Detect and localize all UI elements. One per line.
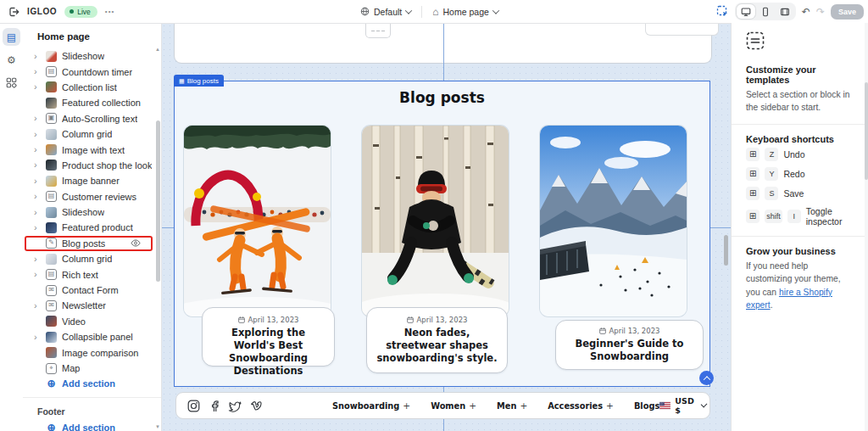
inspector-select-tool[interactable] [716,5,729,18]
chevron-right-icon[interactable]: › [34,130,41,139]
plus-icon[interactable]: + [403,400,410,411]
blog-card-title[interactable]: Beginner's Guide to Snowboarding [556,338,703,363]
footer-nav-women[interactable]: Women + [431,400,476,411]
footer-nav-accessories[interactable]: Accessories + [548,400,614,411]
social-links [187,400,263,412]
scroll-to-top-button[interactable] [699,371,714,385]
add-section-button[interactable]: › ⊕ Add section [23,376,153,391]
plus-circle-icon: ⊕ [46,378,57,389]
chevron-right-icon[interactable]: › [34,114,41,123]
sidebar-item-image-banner[interactable]: › Image banner [23,173,153,188]
chevron-right-icon[interactable]: › [34,145,41,154]
sidebar-scroll-thumb[interactable] [156,120,160,282]
undo-button[interactable]: ↶ [802,7,810,17]
twitter-icon[interactable] [228,400,242,412]
redo-button[interactable]: ↷ [816,7,825,17]
chevron-right-icon[interactable]: › [34,192,41,201]
sidebar-item-column-grid[interactable]: › Column grid [23,126,153,142]
chevron-right-icon[interactable]: › [34,270,41,279]
sidebar-item-countdown-timer[interactable]: › ▤ Countdown timer [23,64,153,79]
window-scrollbar[interactable] [865,23,868,431]
mobile-preview-button[interactable] [756,4,775,19]
sidebar-item-slideshow[interactable]: › Slideshow [23,48,153,64]
window-scroll-thumb[interactable] [865,82,868,180]
footer-nav-snowboarding[interactable]: Snowboarding + [332,400,410,411]
sidebar-item-rich-text[interactable]: › ▤ Rich text [23,266,153,282]
preview-canvas[interactable]: ▦ Blog posts Blog posts [161,23,731,431]
rail-theme-settings-button[interactable]: ⚙ [3,51,20,69]
text-field[interactable] [645,24,719,36]
key-z: Z [765,148,778,161]
blog-image-2[interactable] [362,126,509,316]
sidebar-item-slideshow[interactable]: › Slideshow [23,204,153,220]
exit-icon [8,6,19,18]
plus-icon[interactable]: + [469,400,476,411]
chevron-right-icon[interactable]: › [34,301,41,311]
sidebar-item-image-with-text[interactable]: › Image with text [23,142,153,157]
more-menu-button[interactable]: ••• [105,8,114,15]
page-selector[interactable]: ⌂ Home page [432,7,498,17]
footer-nav-men[interactable]: Men + [497,400,527,411]
sidebar-item-newsletter[interactable]: › ✉ Newsletter [23,298,153,313]
sidebar-item-collection-list[interactable]: › Collection list [23,80,153,95]
blog-card-3[interactable]: April 13, 2023 Beginner's Guide to Snowb… [555,320,704,370]
sidebar-item-product-shop-the-look[interactable]: › Product shop the look [23,158,153,173]
chevron-right-icon[interactable]: › [34,255,41,264]
selected-section-tab[interactable]: ▦ Blog posts [174,75,224,87]
chevron-right-icon[interactable]: › [34,67,41,76]
blog-card-title[interactable]: Exploring the World's Best Snowboarding … [203,327,334,378]
chevron-right-icon[interactable]: › [34,160,41,170]
chevron-right-icon[interactable]: › [34,176,41,186]
vimeo-icon[interactable] [249,400,263,412]
sidebar-item-collapsible-panel[interactable]: › Collapsible panel [23,329,153,344]
sidebar-item-auto-scrolling-text[interactable]: › ▣ Auto-Scrolling text [23,111,153,126]
canvas-scroll-thumb[interactable] [724,235,728,266]
plus-icon[interactable]: + [606,400,614,411]
blog-card-title[interactable]: Neon fades, streetwear shapes snowboardi… [367,327,507,365]
chevron-right-icon[interactable]: › [34,82,41,92]
rich-text-icon: ▤ [46,269,57,280]
desktop-preview-button[interactable] [737,4,755,19]
shortcut-redo: ⊞ Y Redo [746,167,856,181]
exit-editor-button[interactable] [8,6,19,18]
locale-selector[interactable]: Default [360,7,411,17]
currency-selector[interactable]: USD $ [659,396,705,415]
save-button[interactable]: Save [831,4,864,20]
plus-icon[interactable]: + [520,400,527,411]
blog-image-3[interactable] [540,126,687,316]
footer-add-section-button[interactable]: › ⊕ Add section [23,420,153,431]
sidebar-item-image-comparison[interactable]: › Image comparison [23,344,153,360]
scroll-up-icon[interactable]: ▲ [155,47,160,52]
visibility-eye-icon[interactable] [131,239,141,247]
rail-app-embeds-button[interactable] [3,74,20,92]
sidebar-item-customer-reviews[interactable]: › ▤ Customer reviews [23,189,153,204]
blog-card-2[interactable]: April 13, 2023 Neon fades, streetwear sh… [366,307,508,373]
sidebar-scrollbar[interactable]: ▲ ▼ [156,48,160,428]
sidebar-item-blog-posts[interactable]: › ✎ Blog posts [25,236,153,251]
us-flag-icon [659,401,670,410]
sidebar-item-map[interactable]: › ⌖ Map [23,361,153,376]
shortcut-save: ⊞ S Save [746,187,856,200]
blog-image-1[interactable] [184,126,331,316]
sidebar-item-contact-form[interactable]: › ✉ Contact Form [23,283,153,298]
live-badge[interactable]: Live [64,6,97,18]
facebook-icon[interactable] [208,400,220,412]
site-footer-bar[interactable]: Snowboarding + Women + Men + Accessories… [175,392,710,419]
chevron-right-icon[interactable]: › [34,223,41,232]
footer-nav-blogs[interactable]: Blogs [634,401,659,411]
sidebar-item-video[interactable]: › Video [23,314,153,329]
quantity-stepper[interactable] [365,24,391,38]
blog-card-date: April 13, 2023 [203,316,334,324]
chevron-right-icon[interactable]: › [34,333,41,342]
chevron-right-icon[interactable]: › [34,52,41,61]
sidebar-item-featured-collection[interactable]: › Featured collection [23,95,153,110]
scroll-down-icon[interactable]: ▼ [155,424,160,429]
sidebar-item-featured-product[interactable]: › Featured product [23,220,153,235]
fullscreen-preview-button[interactable] [776,4,794,19]
rail-sections-button[interactable]: ▤ [3,28,20,46]
chevron-right-icon[interactable]: › [34,208,41,217]
instagram-icon[interactable] [187,400,200,412]
blog-card-1[interactable]: April 13, 2023 Exploring the World's Bes… [202,307,335,367]
blog-posts-heading[interactable]: Blog posts [174,89,710,106]
sidebar-item-column-grid[interactable]: › Column grid [23,251,153,266]
